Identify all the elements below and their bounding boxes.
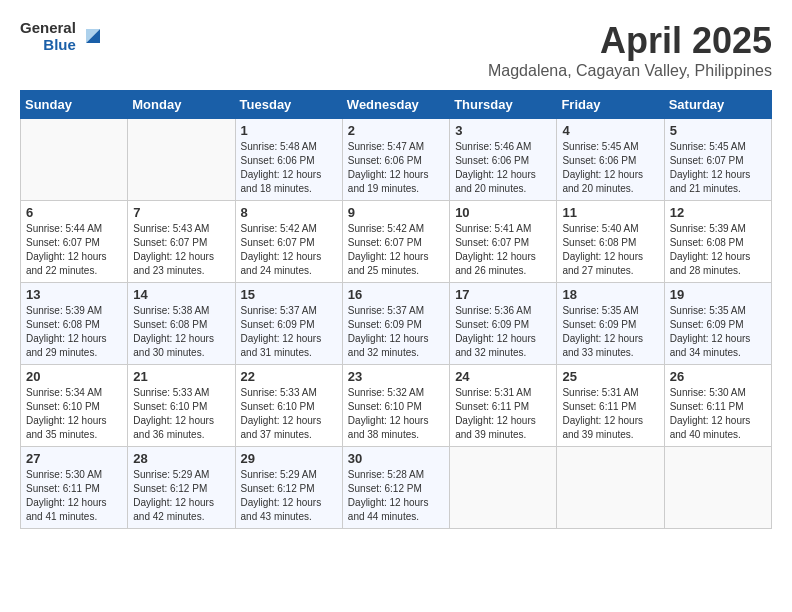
day-number: 15 bbox=[241, 287, 337, 302]
calendar-cell bbox=[128, 119, 235, 201]
calendar-cell: 9Sunrise: 5:42 AM Sunset: 6:07 PM Daylig… bbox=[342, 201, 449, 283]
calendar-cell bbox=[21, 119, 128, 201]
day-number: 30 bbox=[348, 451, 444, 466]
day-number: 1 bbox=[241, 123, 337, 138]
day-number: 4 bbox=[562, 123, 658, 138]
page-header: General Blue April 2025 Magdalena, Cagay… bbox=[20, 20, 772, 80]
day-info: Sunrise: 5:45 AM Sunset: 6:06 PM Dayligh… bbox=[562, 140, 658, 196]
weekday-header: Monday bbox=[128, 91, 235, 119]
day-info: Sunrise: 5:29 AM Sunset: 6:12 PM Dayligh… bbox=[133, 468, 229, 524]
day-info: Sunrise: 5:42 AM Sunset: 6:07 PM Dayligh… bbox=[241, 222, 337, 278]
day-info: Sunrise: 5:38 AM Sunset: 6:08 PM Dayligh… bbox=[133, 304, 229, 360]
day-number: 2 bbox=[348, 123, 444, 138]
day-number: 22 bbox=[241, 369, 337, 384]
day-number: 14 bbox=[133, 287, 229, 302]
day-info: Sunrise: 5:41 AM Sunset: 6:07 PM Dayligh… bbox=[455, 222, 551, 278]
calendar-cell: 22Sunrise: 5:33 AM Sunset: 6:10 PM Dayli… bbox=[235, 365, 342, 447]
day-number: 9 bbox=[348, 205, 444, 220]
day-number: 12 bbox=[670, 205, 766, 220]
calendar-cell: 1Sunrise: 5:48 AM Sunset: 6:06 PM Daylig… bbox=[235, 119, 342, 201]
day-info: Sunrise: 5:48 AM Sunset: 6:06 PM Dayligh… bbox=[241, 140, 337, 196]
day-number: 5 bbox=[670, 123, 766, 138]
calendar-week-row: 20Sunrise: 5:34 AM Sunset: 6:10 PM Dayli… bbox=[21, 365, 772, 447]
calendar-week-row: 13Sunrise: 5:39 AM Sunset: 6:08 PM Dayli… bbox=[21, 283, 772, 365]
calendar-cell: 23Sunrise: 5:32 AM Sunset: 6:10 PM Dayli… bbox=[342, 365, 449, 447]
day-info: Sunrise: 5:37 AM Sunset: 6:09 PM Dayligh… bbox=[348, 304, 444, 360]
day-number: 11 bbox=[562, 205, 658, 220]
calendar-cell: 18Sunrise: 5:35 AM Sunset: 6:09 PM Dayli… bbox=[557, 283, 664, 365]
calendar-cell: 19Sunrise: 5:35 AM Sunset: 6:09 PM Dayli… bbox=[664, 283, 771, 365]
calendar-header-row: SundayMondayTuesdayWednesdayThursdayFrid… bbox=[21, 91, 772, 119]
day-info: Sunrise: 5:40 AM Sunset: 6:08 PM Dayligh… bbox=[562, 222, 658, 278]
day-info: Sunrise: 5:33 AM Sunset: 6:10 PM Dayligh… bbox=[133, 386, 229, 442]
day-number: 10 bbox=[455, 205, 551, 220]
calendar-cell: 3Sunrise: 5:46 AM Sunset: 6:06 PM Daylig… bbox=[450, 119, 557, 201]
calendar-week-row: 6Sunrise: 5:44 AM Sunset: 6:07 PM Daylig… bbox=[21, 201, 772, 283]
day-info: Sunrise: 5:30 AM Sunset: 6:11 PM Dayligh… bbox=[670, 386, 766, 442]
logo: General Blue bbox=[20, 20, 104, 53]
calendar-cell: 16Sunrise: 5:37 AM Sunset: 6:09 PM Dayli… bbox=[342, 283, 449, 365]
calendar-cell: 7Sunrise: 5:43 AM Sunset: 6:07 PM Daylig… bbox=[128, 201, 235, 283]
day-number: 29 bbox=[241, 451, 337, 466]
day-number: 16 bbox=[348, 287, 444, 302]
calendar-cell: 13Sunrise: 5:39 AM Sunset: 6:08 PM Dayli… bbox=[21, 283, 128, 365]
calendar-week-row: 27Sunrise: 5:30 AM Sunset: 6:11 PM Dayli… bbox=[21, 447, 772, 529]
day-info: Sunrise: 5:37 AM Sunset: 6:09 PM Dayligh… bbox=[241, 304, 337, 360]
day-info: Sunrise: 5:35 AM Sunset: 6:09 PM Dayligh… bbox=[670, 304, 766, 360]
calendar-subtitle: Magdalena, Cagayan Valley, Philippines bbox=[488, 62, 772, 80]
day-number: 17 bbox=[455, 287, 551, 302]
calendar-cell: 21Sunrise: 5:33 AM Sunset: 6:10 PM Dayli… bbox=[128, 365, 235, 447]
day-number: 27 bbox=[26, 451, 122, 466]
calendar-cell bbox=[664, 447, 771, 529]
day-info: Sunrise: 5:45 AM Sunset: 6:07 PM Dayligh… bbox=[670, 140, 766, 196]
logo-triangle-icon bbox=[82, 25, 104, 51]
calendar-cell: 10Sunrise: 5:41 AM Sunset: 6:07 PM Dayli… bbox=[450, 201, 557, 283]
weekday-header: Sunday bbox=[21, 91, 128, 119]
day-info: Sunrise: 5:42 AM Sunset: 6:07 PM Dayligh… bbox=[348, 222, 444, 278]
logo-blue: Blue bbox=[43, 37, 76, 54]
day-info: Sunrise: 5:30 AM Sunset: 6:11 PM Dayligh… bbox=[26, 468, 122, 524]
day-number: 3 bbox=[455, 123, 551, 138]
day-number: 19 bbox=[670, 287, 766, 302]
day-info: Sunrise: 5:32 AM Sunset: 6:10 PM Dayligh… bbox=[348, 386, 444, 442]
day-info: Sunrise: 5:31 AM Sunset: 6:11 PM Dayligh… bbox=[562, 386, 658, 442]
day-info: Sunrise: 5:39 AM Sunset: 6:08 PM Dayligh… bbox=[26, 304, 122, 360]
calendar-week-row: 1Sunrise: 5:48 AM Sunset: 6:06 PM Daylig… bbox=[21, 119, 772, 201]
day-info: Sunrise: 5:46 AM Sunset: 6:06 PM Dayligh… bbox=[455, 140, 551, 196]
day-info: Sunrise: 5:31 AM Sunset: 6:11 PM Dayligh… bbox=[455, 386, 551, 442]
title-block: April 2025 Magdalena, Cagayan Valley, Ph… bbox=[488, 20, 772, 80]
weekday-header: Tuesday bbox=[235, 91, 342, 119]
calendar-cell: 6Sunrise: 5:44 AM Sunset: 6:07 PM Daylig… bbox=[21, 201, 128, 283]
day-info: Sunrise: 5:36 AM Sunset: 6:09 PM Dayligh… bbox=[455, 304, 551, 360]
day-number: 21 bbox=[133, 369, 229, 384]
day-info: Sunrise: 5:39 AM Sunset: 6:08 PM Dayligh… bbox=[670, 222, 766, 278]
day-info: Sunrise: 5:29 AM Sunset: 6:12 PM Dayligh… bbox=[241, 468, 337, 524]
calendar-cell: 11Sunrise: 5:40 AM Sunset: 6:08 PM Dayli… bbox=[557, 201, 664, 283]
day-number: 28 bbox=[133, 451, 229, 466]
logo-general: General bbox=[20, 20, 76, 37]
calendar-cell: 2Sunrise: 5:47 AM Sunset: 6:06 PM Daylig… bbox=[342, 119, 449, 201]
calendar-title: April 2025 bbox=[488, 20, 772, 62]
calendar-cell bbox=[450, 447, 557, 529]
calendar-cell: 20Sunrise: 5:34 AM Sunset: 6:10 PM Dayli… bbox=[21, 365, 128, 447]
calendar-cell: 24Sunrise: 5:31 AM Sunset: 6:11 PM Dayli… bbox=[450, 365, 557, 447]
calendar-cell: 8Sunrise: 5:42 AM Sunset: 6:07 PM Daylig… bbox=[235, 201, 342, 283]
day-info: Sunrise: 5:34 AM Sunset: 6:10 PM Dayligh… bbox=[26, 386, 122, 442]
day-info: Sunrise: 5:33 AM Sunset: 6:10 PM Dayligh… bbox=[241, 386, 337, 442]
day-info: Sunrise: 5:43 AM Sunset: 6:07 PM Dayligh… bbox=[133, 222, 229, 278]
day-number: 7 bbox=[133, 205, 229, 220]
calendar-cell: 12Sunrise: 5:39 AM Sunset: 6:08 PM Dayli… bbox=[664, 201, 771, 283]
day-info: Sunrise: 5:28 AM Sunset: 6:12 PM Dayligh… bbox=[348, 468, 444, 524]
calendar-cell: 15Sunrise: 5:37 AM Sunset: 6:09 PM Dayli… bbox=[235, 283, 342, 365]
calendar-cell: 30Sunrise: 5:28 AM Sunset: 6:12 PM Dayli… bbox=[342, 447, 449, 529]
calendar-cell: 17Sunrise: 5:36 AM Sunset: 6:09 PM Dayli… bbox=[450, 283, 557, 365]
calendar-cell bbox=[557, 447, 664, 529]
calendar-cell: 29Sunrise: 5:29 AM Sunset: 6:12 PM Dayli… bbox=[235, 447, 342, 529]
calendar-cell: 28Sunrise: 5:29 AM Sunset: 6:12 PM Dayli… bbox=[128, 447, 235, 529]
day-number: 23 bbox=[348, 369, 444, 384]
calendar-cell: 14Sunrise: 5:38 AM Sunset: 6:08 PM Dayli… bbox=[128, 283, 235, 365]
day-number: 24 bbox=[455, 369, 551, 384]
day-info: Sunrise: 5:44 AM Sunset: 6:07 PM Dayligh… bbox=[26, 222, 122, 278]
day-info: Sunrise: 5:35 AM Sunset: 6:09 PM Dayligh… bbox=[562, 304, 658, 360]
weekday-header: Wednesday bbox=[342, 91, 449, 119]
